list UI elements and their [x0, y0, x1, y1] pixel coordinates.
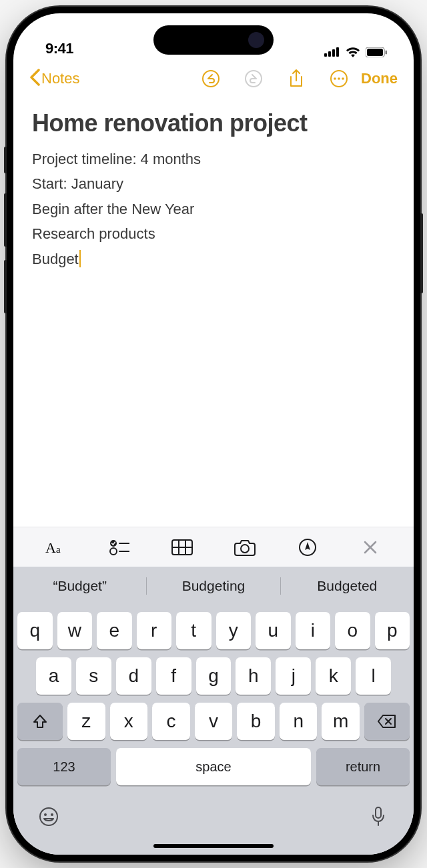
keyboard-footer	[17, 793, 410, 844]
keyboard: q w e r t y u i o p a s d f g h j k l	[13, 605, 414, 855]
key-r[interactable]: r	[137, 612, 172, 649]
key-n[interactable]: n	[280, 703, 318, 740]
suggestion-2[interactable]: Budgeting	[147, 574, 280, 598]
note-title[interactable]: Home renovation project	[32, 109, 395, 137]
volume-up	[4, 193, 7, 247]
svg-point-27	[51, 813, 53, 816]
svg-text:a: a	[56, 544, 61, 555]
key-f[interactable]: f	[156, 657, 191, 695]
share-button[interactable]	[286, 69, 306, 89]
svg-point-17	[110, 548, 117, 555]
text-format-icon[interactable]: Aa	[43, 534, 70, 561]
svg-point-15	[110, 540, 117, 547]
camera-icon[interactable]	[232, 534, 258, 561]
suggestion-3[interactable]: Budgeted	[281, 574, 414, 598]
note-line[interactable]: Start: January	[32, 171, 395, 196]
dictation-key[interactable]	[367, 805, 390, 828]
svg-rect-28	[376, 807, 381, 818]
note-line[interactable]: Research products	[32, 221, 395, 246]
key-row-1: q w e r t y u i o p	[17, 612, 410, 649]
return-key[interactable]: return	[316, 748, 410, 785]
svg-point-25	[40, 808, 57, 825]
key-m[interactable]: m	[322, 703, 360, 740]
volume-down	[4, 260, 7, 313]
svg-rect-0	[324, 53, 327, 57]
cellular-signal-icon	[324, 47, 340, 57]
svg-rect-3	[336, 47, 339, 57]
note-line-text: Budget	[32, 247, 79, 271]
key-q[interactable]: q	[17, 612, 53, 649]
battery-icon	[366, 47, 387, 57]
wifi-icon	[346, 47, 360, 57]
key-z[interactable]: z	[67, 703, 105, 740]
text-cursor	[79, 250, 81, 267]
undo-button[interactable]	[201, 69, 221, 89]
suggestion-1[interactable]: “Budget”	[13, 574, 146, 598]
table-icon[interactable]	[169, 534, 195, 561]
key-x[interactable]: x	[110, 703, 148, 740]
key-s[interactable]: s	[76, 657, 111, 695]
phone-frame: 9:41 Notes	[7, 7, 420, 861]
key-i[interactable]: i	[296, 612, 331, 649]
back-label: Notes	[41, 70, 79, 87]
note-line[interactable]: Budget	[32, 247, 395, 271]
key-t[interactable]: t	[176, 612, 211, 649]
mute-switch	[4, 147, 7, 173]
note-line[interactable]: Begin after the New Year	[32, 197, 395, 221]
key-l[interactable]: l	[356, 657, 391, 695]
markup-icon[interactable]	[294, 534, 321, 561]
svg-point-26	[44, 813, 47, 816]
shift-key[interactable]	[17, 703, 63, 740]
svg-rect-1	[328, 51, 331, 57]
home-indicator[interactable]	[153, 844, 274, 848]
status-time: 9:41	[45, 40, 73, 57]
backspace-key[interactable]	[364, 703, 410, 740]
space-key[interactable]: space	[116, 748, 311, 785]
key-w[interactable]: w	[57, 612, 93, 649]
note-editor[interactable]: Home renovation project Project timeline…	[13, 97, 414, 527]
note-line[interactable]: Project timeline: 4 months	[32, 147, 395, 171]
svg-point-12	[342, 77, 344, 80]
emoji-key[interactable]	[37, 805, 60, 828]
key-y[interactable]: y	[216, 612, 252, 649]
nav-bar: Notes Done	[13, 60, 414, 97]
key-v[interactable]: v	[195, 703, 233, 740]
key-g[interactable]: g	[196, 657, 232, 695]
key-e[interactable]: e	[97, 612, 132, 649]
key-o[interactable]: o	[335, 612, 370, 649]
svg-point-23	[241, 545, 249, 553]
format-toolbar: Aa	[13, 527, 414, 567]
svg-text:A: A	[45, 539, 56, 555]
key-j[interactable]: j	[276, 657, 311, 695]
key-b[interactable]: b	[237, 703, 275, 740]
predictive-text-bar: “Budget” Budgeting Budgeted	[13, 567, 414, 605]
key-h[interactable]: h	[236, 657, 271, 695]
key-c[interactable]: c	[152, 703, 190, 740]
key-row-3: z x c v b n m	[17, 703, 410, 740]
key-row-4: 123 space return	[17, 748, 410, 785]
status-icons	[324, 47, 387, 57]
key-k[interactable]: k	[316, 657, 351, 695]
more-button[interactable]	[329, 69, 349, 89]
svg-point-11	[338, 77, 340, 80]
back-button[interactable]: Notes	[29, 69, 79, 89]
svg-point-10	[334, 77, 336, 80]
key-a[interactable]: a	[36, 657, 71, 695]
redo-button[interactable]	[244, 69, 264, 89]
svg-rect-6	[386, 50, 388, 54]
svg-rect-5	[367, 49, 383, 56]
power-button	[420, 213, 423, 293]
numbers-key[interactable]: 123	[17, 748, 111, 785]
close-toolbar-icon[interactable]	[357, 534, 384, 561]
key-d[interactable]: d	[116, 657, 151, 695]
checklist-icon[interactable]	[106, 534, 133, 561]
key-p[interactable]: p	[375, 612, 410, 649]
screen: 9:41 Notes	[13, 13, 414, 855]
svg-rect-2	[332, 49, 335, 57]
key-u[interactable]: u	[256, 612, 291, 649]
chevron-left-icon	[29, 69, 40, 89]
key-row-2: a s d f g h j k l	[17, 657, 410, 695]
dynamic-island	[153, 25, 274, 55]
done-button[interactable]: Done	[361, 70, 398, 87]
